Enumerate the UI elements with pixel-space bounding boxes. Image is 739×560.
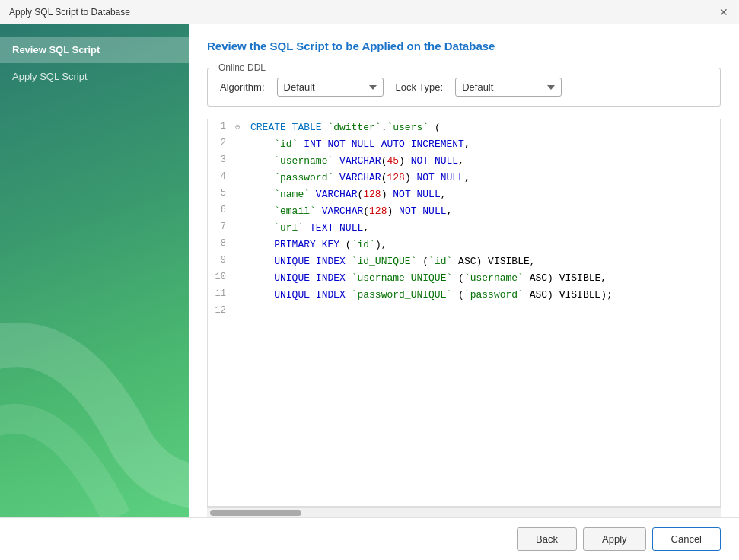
no-collapse-2 xyxy=(235,137,247,138)
no-collapse-7 xyxy=(235,221,247,222)
algorithm-select[interactable]: Default INSTANT INPLACE COPY xyxy=(277,78,384,97)
cancel-button[interactable]: Cancel xyxy=(652,527,721,551)
main-layout: Review SQL Script Apply SQL Script Revie… xyxy=(0,24,739,517)
no-collapse-4 xyxy=(235,170,247,172)
sql-line-6: 6 `email` VARCHAR(128) NOT NULL, xyxy=(208,203,720,220)
line-code-11: UNIQUE INDEX `password_UNIQUE` (`passwor… xyxy=(247,288,720,303)
no-collapse-3 xyxy=(235,154,247,155)
sidebar-item-apply-sql-script[interactable]: Apply SQL Script xyxy=(0,63,189,90)
horizontal-scrollbar[interactable] xyxy=(207,507,721,517)
sql-line-7: 7 `url` TEXT NULL, xyxy=(208,220,720,237)
line-num-3: 3 xyxy=(208,154,235,165)
sql-line-12: 12 xyxy=(208,304,720,320)
line-code-8: PRIMARY KEY (`id`), xyxy=(247,237,720,253)
scrollbar-thumb[interactable] xyxy=(210,510,301,516)
sidebar: Review SQL Script Apply SQL Script xyxy=(0,24,189,517)
sql-line-11: 11 UNIQUE INDEX `password_UNIQUE` (`pass… xyxy=(208,287,720,304)
line-code-3: `username` VARCHAR(45) NOT NULL, xyxy=(247,154,720,169)
line-code-10: UNIQUE INDEX `username_UNIQUE` (`usernam… xyxy=(247,271,720,286)
content-area: Review the SQL Script to be Applied on t… xyxy=(189,24,739,517)
no-collapse-6 xyxy=(235,204,247,205)
line-num-7: 7 xyxy=(208,221,235,232)
no-collapse-5 xyxy=(235,187,247,189)
line-code-6: `email` VARCHAR(128) NOT NULL, xyxy=(247,204,720,219)
sql-editor[interactable]: 1 ⊖ CREATE TABLE `dwitter`.`users` ( 2 `… xyxy=(207,119,721,507)
title-bar: Apply SQL Script to Database ✕ xyxy=(0,0,739,24)
footer: Back Apply Cancel xyxy=(0,517,739,560)
back-button[interactable]: Back xyxy=(517,527,577,551)
line-num-6: 6 xyxy=(208,204,235,215)
line-num-11: 11 xyxy=(208,288,235,299)
line-code-5: `name` VARCHAR(128) NOT NULL, xyxy=(247,187,720,202)
line-num-10: 10 xyxy=(208,271,235,282)
line-num-4: 4 xyxy=(208,170,235,182)
close-icon[interactable]: ✕ xyxy=(718,6,730,18)
line-code-12 xyxy=(247,304,720,320)
sql-line-2: 2 `id` INT NOT NULL AUTO_INCREMENT, xyxy=(208,136,720,153)
algorithm-label: Algorithm: xyxy=(220,81,265,93)
apply-button[interactable]: Apply xyxy=(583,527,646,551)
sql-line-5: 5 `name` VARCHAR(128) NOT NULL, xyxy=(208,186,720,203)
collapse-icon-1[interactable]: ⊖ xyxy=(235,120,247,132)
line-num-5: 5 xyxy=(208,187,235,199)
lock-type-label: Lock Type: xyxy=(396,81,444,93)
sql-line-9: 9 UNIQUE INDEX `id_UNIQUE` (`id` ASC) VI… xyxy=(208,253,720,270)
line-code-2: `id` INT NOT NULL AUTO_INCREMENT, xyxy=(247,137,720,152)
line-num-12: 12 xyxy=(208,304,235,316)
sql-content: 1 ⊖ CREATE TABLE `dwitter`.`users` ( 2 `… xyxy=(208,119,720,320)
no-collapse-9 xyxy=(235,254,247,256)
sidebar-item-label: Apply SQL Script xyxy=(12,71,88,82)
sql-line-4: 4 `password` VARCHAR(128) NOT NULL, xyxy=(208,170,720,186)
line-num-2: 2 xyxy=(208,137,235,148)
line-code-4: `password` VARCHAR(128) NOT NULL, xyxy=(247,170,720,186)
line-num-1: 1 xyxy=(208,120,235,132)
title-bar-text: Apply SQL Script to Database xyxy=(9,7,130,18)
online-ddl-legend: Online DDL xyxy=(215,62,269,73)
ddl-controls: Algorithm: Default INSTANT INPLACE COPY … xyxy=(220,78,708,97)
online-ddl-section: Online DDL Algorithm: Default INSTANT IN… xyxy=(207,68,721,107)
page-title: Review the SQL Script to be Applied on t… xyxy=(207,40,721,52)
line-num-9: 9 xyxy=(208,254,235,266)
line-code-7: `url` TEXT NULL, xyxy=(247,221,720,236)
sql-line-10: 10 UNIQUE INDEX `username_UNIQUE` (`user… xyxy=(208,270,720,287)
no-collapse-8 xyxy=(235,237,247,239)
line-num-8: 8 xyxy=(208,237,235,249)
sidebar-item-review-sql-script[interactable]: Review SQL Script xyxy=(0,37,189,63)
sql-line-1: 1 ⊖ CREATE TABLE `dwitter`.`users` ( xyxy=(208,119,720,136)
sql-line-3: 3 `username` VARCHAR(45) NOT NULL, xyxy=(208,153,720,170)
lock-type-select[interactable]: Default NONE SHARED EXCLUSIVE xyxy=(455,78,562,97)
line-code-1: CREATE TABLE `dwitter`.`users` ( xyxy=(247,120,720,135)
sql-line-8: 8 PRIMARY KEY (`id`), xyxy=(208,237,720,253)
no-collapse-12 xyxy=(235,304,247,306)
sidebar-item-label: Review SQL Script xyxy=(12,44,100,56)
line-code-9: UNIQUE INDEX `id_UNIQUE` (`id` ASC) VISI… xyxy=(247,254,720,269)
no-collapse-10 xyxy=(235,271,247,272)
no-collapse-11 xyxy=(235,288,247,289)
